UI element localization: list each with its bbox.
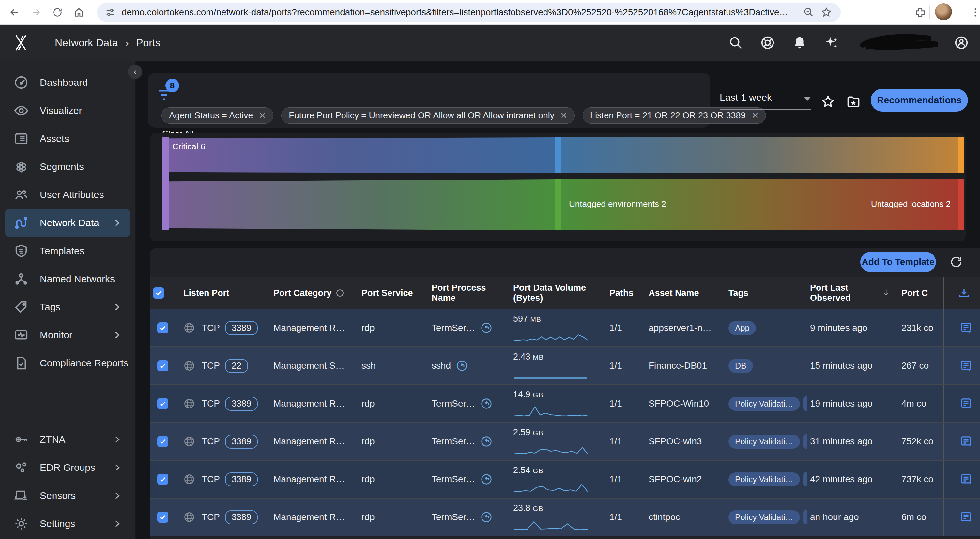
sidebar-item-edr-groups[interactable]: EDR Groups (5, 453, 130, 482)
filter-funnel[interactable]: 8 (157, 81, 180, 103)
tag-pill[interactable]: Policy Validati… (729, 435, 800, 448)
sankey-node-env-bottom[interactable] (555, 180, 561, 231)
tag-pill[interactable]: DB (729, 359, 753, 373)
sankey-node-loc-bottom[interactable] (958, 180, 964, 231)
process-redirect-icon[interactable] (480, 511, 492, 523)
column-header-tags[interactable]: Tags (729, 277, 810, 308)
sidebar-item-visualizer[interactable]: Visualizer (5, 97, 130, 125)
notifications-bell-icon[interactable] (792, 35, 807, 50)
process-redirect-icon[interactable] (456, 360, 468, 372)
sankey-node-env-top[interactable] (555, 137, 561, 173)
sidebar-item-sensors[interactable]: Sensors (5, 482, 130, 510)
sankey-node-critical[interactable] (162, 137, 169, 231)
add-to-template-button[interactable]: Add To Template (860, 252, 936, 272)
sidebar-item-templates[interactable]: Templates (5, 237, 130, 265)
process-redirect-icon[interactable] (480, 398, 492, 409)
comment-icon[interactable] (959, 435, 972, 448)
filter-chip[interactable]: Agent Status = Active ✕ (161, 107, 274, 124)
home-icon[interactable] (72, 5, 86, 19)
sidebar-item-segments[interactable]: Segments (5, 153, 130, 181)
address-bar[interactable]: demo.colortokens.com/network-data/ports?… (97, 3, 841, 22)
column-header-paths[interactable]: Paths (609, 277, 649, 308)
comment-icon[interactable] (959, 397, 972, 410)
table-row[interactable]: TCP 22 Management S… ssh sshd 2.43 MB (150, 347, 980, 385)
sidebar-item-assets[interactable]: Assets (5, 125, 130, 153)
extension-icon[interactable] (913, 5, 927, 19)
process-redirect-icon[interactable] (480, 436, 492, 447)
zoom-icon[interactable] (802, 6, 815, 19)
sidebar-item-settings[interactable]: Settings (5, 510, 130, 538)
comment-icon[interactable] (959, 321, 972, 334)
sidebar-item-compliance-reports[interactable]: Compliance Reports (5, 349, 130, 377)
tag-pill[interactable]: App (729, 321, 756, 335)
url-text[interactable]: demo.colortokens.com/network-data/ports?… (122, 7, 802, 17)
column-header-port-service[interactable]: Port Service (361, 277, 432, 308)
back-icon[interactable] (7, 5, 22, 19)
filter-chip[interactable]: Future Port Policy = Unreviewed OR Allow… (281, 107, 575, 124)
browser-profile-avatar[interactable] (935, 3, 952, 20)
comment-icon[interactable] (959, 359, 972, 372)
breadcrumb-network-data[interactable]: Network Data (55, 37, 118, 49)
row-checkbox[interactable] (150, 309, 175, 347)
help-icon[interactable] (760, 35, 775, 50)
table-row[interactable]: TCP 3389 Management R… rdp TermSer… 14.9… (150, 385, 980, 423)
chip-close-icon[interactable]: ✕ (752, 111, 759, 121)
sidebar-item-ztna[interactable]: ZTNA (5, 426, 130, 453)
site-settings-icon[interactable] (105, 7, 116, 18)
sidebar-collapse-icon[interactable]: ‹ (128, 65, 142, 79)
column-header-port-process-name[interactable]: Port Process Name (432, 277, 513, 308)
sankey-flow-critical-to-environments-bottom[interactable] (169, 180, 555, 231)
comment-icon[interactable] (959, 510, 972, 524)
column-header-port-last-observed[interactable]: Port Last Observed (810, 277, 901, 308)
sidebar-item-named-networks[interactable]: Named Networks (5, 265, 130, 293)
table-row[interactable]: TCP 3389 Management R… rdp TermSer… 23.8… (150, 499, 980, 536)
colortokens-logo-icon[interactable] (11, 33, 31, 52)
download-icon[interactable] (944, 277, 980, 308)
refresh-icon[interactable] (949, 255, 963, 269)
account-icon[interactable] (954, 35, 969, 50)
column-header-port-category[interactable]: Port Category (274, 277, 361, 308)
sort-descending-icon[interactable] (882, 288, 890, 298)
chip-close-icon[interactable]: ✕ (259, 111, 266, 121)
sidebar-item-user-attributes[interactable]: User Attributes (5, 181, 130, 209)
sankey-flow-environments-to-locations-top[interactable] (561, 137, 958, 173)
sidebar-item-tags[interactable]: Tags (5, 293, 130, 321)
table-row[interactable]: TCP 3389 Management R… rdp TermSer… 597 … (150, 309, 980, 347)
save-filter-folder-icon[interactable] (846, 95, 861, 109)
select-all-checkbox[interactable] (150, 277, 175, 308)
sidebar-item-dashboard[interactable]: Dashboard (5, 68, 130, 97)
row-checkbox[interactable] (150, 347, 175, 384)
process-redirect-icon[interactable] (480, 474, 492, 485)
column-header-asset-name[interactable]: Asset Name (649, 277, 729, 308)
process-redirect-icon[interactable] (480, 322, 492, 334)
ai-sparkles-icon[interactable] (824, 35, 839, 50)
sidebar-item-monitor[interactable]: Monitor (5, 321, 130, 349)
info-icon[interactable] (336, 289, 344, 297)
reload-icon[interactable] (50, 5, 65, 19)
row-checkbox[interactable] (150, 461, 175, 498)
sankey-flow-critical-to-environments[interactable] (169, 137, 555, 173)
recommendations-button[interactable]: Recommendations (871, 89, 968, 111)
row-checkbox[interactable] (150, 385, 175, 422)
row-checkbox[interactable] (150, 423, 175, 460)
tag-pill[interactable]: Policy Validati… (729, 397, 800, 411)
table-row[interactable]: TCP 3389 Management R… rdp TermSer… 2.54… (150, 461, 980, 499)
browser-menu-icon[interactable] (968, 5, 980, 19)
column-header-port-data-volume-bytes-[interactable]: Port Data Volume (Bytes) (513, 277, 609, 308)
sidebar-item-network-data[interactable]: Network Data (5, 209, 130, 237)
sankey-node-loc-top[interactable] (958, 137, 964, 173)
column-header-listen-port[interactable]: Listen Port (175, 277, 274, 308)
forward-icon[interactable] (29, 5, 43, 19)
comment-icon[interactable] (959, 473, 972, 486)
column-header-port-c[interactable]: Port C (901, 277, 944, 308)
bookmark-star-icon[interactable] (820, 6, 833, 19)
tag-pill[interactable]: Policy Validati… (729, 472, 800, 487)
search-icon[interactable] (728, 35, 743, 50)
favorite-star-icon[interactable] (821, 95, 835, 109)
table-row[interactable]: TCP 3389 Management R… rdp TermSer… 2.59… (150, 423, 980, 461)
filter-chip[interactable]: Listen Port = 21 OR 22 OR 23 OR 3389 ✕ (583, 107, 766, 124)
row-checkbox[interactable] (150, 499, 175, 536)
chip-close-icon[interactable]: ✕ (560, 111, 567, 121)
tag-pill[interactable]: Policy Validati… (729, 510, 800, 524)
time-range-select[interactable]: Last 1 week (720, 92, 813, 103)
